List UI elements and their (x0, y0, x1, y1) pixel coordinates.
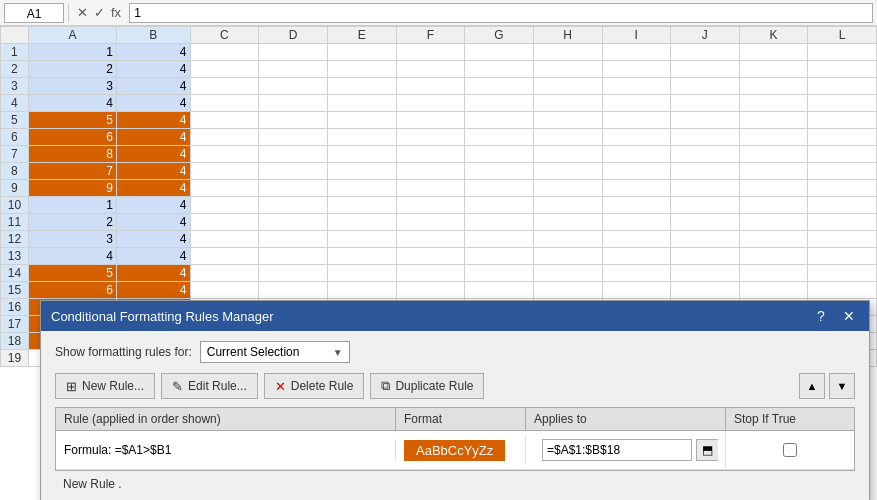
cell-empty[interactable] (190, 214, 259, 231)
cell-empty[interactable] (465, 282, 534, 299)
cell-empty[interactable] (259, 163, 328, 180)
cell-empty[interactable] (396, 265, 465, 282)
cell-empty[interactable] (671, 129, 740, 146)
cell-empty[interactable] (259, 265, 328, 282)
cell-a[interactable]: 7 (28, 163, 116, 180)
cell-b[interactable]: 4 (116, 129, 190, 146)
col-header-L[interactable]: L (808, 27, 877, 44)
cell-empty[interactable] (396, 197, 465, 214)
cell-empty[interactable] (533, 197, 602, 214)
cell-empty[interactable] (808, 282, 877, 299)
cell-empty[interactable] (671, 180, 740, 197)
cell-empty[interactable] (671, 214, 740, 231)
cell-a[interactable]: 5 (28, 112, 116, 129)
cell-empty[interactable] (327, 197, 396, 214)
cell-empty[interactable] (190, 129, 259, 146)
cell-a[interactable]: 3 (28, 78, 116, 95)
cell-empty[interactable] (190, 163, 259, 180)
cell-empty[interactable] (465, 112, 534, 129)
cell-empty[interactable] (739, 180, 808, 197)
cell-empty[interactable] (808, 44, 877, 61)
cell-empty[interactable] (671, 112, 740, 129)
row-number[interactable]: 5 (1, 112, 29, 129)
row-number[interactable]: 1 (1, 44, 29, 61)
cell-empty[interactable] (465, 214, 534, 231)
cell-empty[interactable] (533, 112, 602, 129)
cell-empty[interactable] (465, 163, 534, 180)
cell-empty[interactable] (739, 44, 808, 61)
col-header-B[interactable]: B (116, 27, 190, 44)
cell-empty[interactable] (602, 231, 671, 248)
cell-b[interactable]: 4 (116, 78, 190, 95)
cell-empty[interactable] (190, 180, 259, 197)
cell-empty[interactable] (327, 282, 396, 299)
cell-empty[interactable] (602, 112, 671, 129)
cell-empty[interactable] (327, 163, 396, 180)
col-header-H[interactable]: H (533, 27, 602, 44)
cell-empty[interactable] (808, 231, 877, 248)
cell-empty[interactable] (396, 95, 465, 112)
cell-b[interactable]: 4 (116, 163, 190, 180)
cell-empty[interactable] (671, 248, 740, 265)
cell-empty[interactable] (533, 265, 602, 282)
cell-empty[interactable] (671, 163, 740, 180)
cell-empty[interactable] (739, 146, 808, 163)
cell-empty[interactable] (396, 214, 465, 231)
cell-empty[interactable] (465, 180, 534, 197)
cell-empty[interactable] (671, 265, 740, 282)
show-rules-dropdown[interactable]: Current Selection ▼ (200, 341, 350, 363)
confirm-icon[interactable]: ✓ (94, 5, 105, 20)
cancel-icon[interactable]: ✕ (77, 5, 88, 20)
new-rule-button[interactable]: ⊞ New Rule... (55, 373, 155, 399)
cell-empty[interactable] (739, 231, 808, 248)
cell-empty[interactable] (533, 163, 602, 180)
cell-empty[interactable] (808, 112, 877, 129)
cell-empty[interactable] (327, 214, 396, 231)
cell-a[interactable]: 3 (28, 231, 116, 248)
cell-empty[interactable] (671, 95, 740, 112)
cell-empty[interactable] (396, 248, 465, 265)
cell-empty[interactable] (602, 95, 671, 112)
cell-empty[interactable] (327, 78, 396, 95)
cell-a[interactable]: 9 (28, 180, 116, 197)
cell-empty[interactable] (327, 180, 396, 197)
cell-empty[interactable] (739, 265, 808, 282)
cell-a[interactable]: 5 (28, 265, 116, 282)
cell-empty[interactable] (671, 44, 740, 61)
cell-empty[interactable] (602, 214, 671, 231)
cell-empty[interactable] (739, 214, 808, 231)
formula-input[interactable] (129, 3, 873, 23)
cell-b[interactable]: 4 (116, 265, 190, 282)
cell-empty[interactable] (533, 180, 602, 197)
cell-empty[interactable] (808, 180, 877, 197)
applies-to-collapse-button[interactable]: ⬒ (696, 439, 718, 461)
close-button[interactable]: ✕ (839, 306, 859, 326)
applies-to-input[interactable] (542, 439, 692, 461)
cell-a[interactable]: 6 (28, 282, 116, 299)
cell-empty[interactable] (259, 231, 328, 248)
cell-empty[interactable] (808, 214, 877, 231)
row-number[interactable]: 19 (1, 350, 29, 367)
function-icon[interactable]: fx (111, 5, 121, 20)
cell-empty[interactable] (602, 248, 671, 265)
cell-a[interactable]: 8 (28, 146, 116, 163)
cell-empty[interactable] (739, 197, 808, 214)
row-number[interactable]: 10 (1, 197, 29, 214)
cell-b[interactable]: 4 (116, 61, 190, 78)
cell-empty[interactable] (533, 129, 602, 146)
cell-empty[interactable] (739, 248, 808, 265)
cell-empty[interactable] (327, 146, 396, 163)
cell-ref-box[interactable]: A1 (4, 3, 64, 23)
cell-empty[interactable] (259, 197, 328, 214)
cell-empty[interactable] (533, 44, 602, 61)
cell-b[interactable]: 4 (116, 214, 190, 231)
cell-empty[interactable] (465, 248, 534, 265)
cell-empty[interactable] (465, 265, 534, 282)
row-number[interactable]: 6 (1, 129, 29, 146)
cell-empty[interactable] (602, 78, 671, 95)
cell-empty[interactable] (190, 112, 259, 129)
col-header-C[interactable]: C (190, 27, 259, 44)
cell-empty[interactable] (465, 78, 534, 95)
cell-a[interactable]: 2 (28, 214, 116, 231)
cell-a[interactable]: 6 (28, 129, 116, 146)
